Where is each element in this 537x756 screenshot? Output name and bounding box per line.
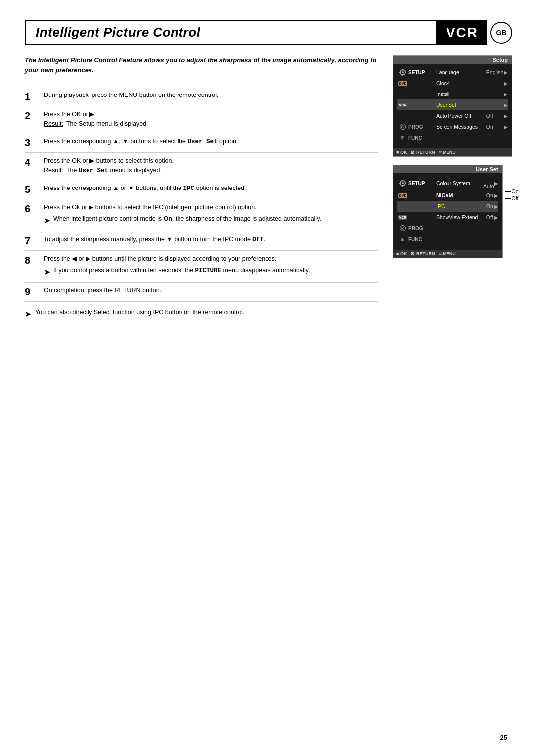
vcr-badge: VCR [437,20,487,45]
intro-paragraph: The Intelligent Picture Control Feature … [25,55,378,80]
chevron-right-icon-apo: ▶ [504,113,508,119]
chevron-right-icon-final: ➤ [25,308,31,320]
menu-item-name-coloursys: Colour System [436,180,483,186]
menu-row-setup-5: ⊙ PROG Screen Messages : On ▶ [397,121,508,132]
chevron-right-icon-8: ➤ [44,266,50,279]
menu-icon-func-6: ⊞ [397,133,408,142]
menu-row-setup-4: Auto Power Off : Off ▶ [397,110,508,121]
off-label-7: Off [252,236,264,243]
svg-rect-2 [402,69,403,70]
step-8: 8 Press the ◀ or ▶ buttons until the pic… [25,251,378,283]
step-content-8: Press the ◀ or ▶ buttons until the pictu… [44,254,378,279]
menu-row-setup-0: SETUP Language : English ▶ [397,67,508,78]
step-num-5: 5 [25,184,39,195]
menu-item-name-language: Language [436,69,483,75]
menu-item-autopoweroff: Auto Power Off : Off ▶ [434,113,508,119]
chevron-right-icon-nicam: ▶ [494,193,498,198]
svg-rect-10 [399,183,401,184]
menu-item-value-autopoweroff: : Off [483,113,493,119]
result-text-2: The Setup menu is displayed. [66,119,148,129]
menu-icon-dvd-1: DVD [397,79,408,88]
menu-icon-gear-us [397,179,408,188]
step-4: 4 Press the OK or ▶ buttons to select th… [25,153,378,180]
step-content-6: Press the Ok or ▶ buttons to select the … [44,203,378,227]
menu-row-setup-3: VCR User Set ▶ [397,99,508,110]
chevron-right-icon-sv: ▶ [494,215,498,220]
menu-icon-prog-5: ⊙ [397,122,408,131]
step-5: 5 Press the corresponding ▲ or ▼ buttons… [25,180,378,199]
step-num-2: 2 [25,110,39,122]
svg-rect-4 [399,72,401,73]
side-label-off: Off [505,195,519,201]
step-content-5: Press the corresponding ▲ or ▼ buttons, … [44,184,378,193]
menu-side-labels: On Off [503,189,519,201]
result-label-4: Result: [44,166,63,176]
step-num-7: 7 [25,235,39,247]
menu-title-userset: User Set [393,165,502,173]
footer-return-setup: ⊠ RETURN [411,150,435,155]
menu-item-value-ipc: : On [483,203,493,209]
step-2: 2 Press the OK or ▶ . Result: The Setup … [25,106,378,133]
footer-ok-setup: ■ OK [396,150,407,155]
menu-icon-vcr-us: VCR [397,213,408,222]
menu-screen-userset: User Set SETUP Colour System : Auto ▶ [393,165,503,258]
menu-item-value-language: : English [483,69,503,75]
menu-item-value-coloursys: : Auto [483,177,494,189]
side-line-on [505,191,511,192]
menu-icon-dvd-us: DVD [397,191,408,200]
menu-item-clock: Clock ▶ [434,80,508,86]
menu-footer-userset: ■ OK ⊠ RETURN ≡ MENU [393,250,502,258]
menu-item-userset: User Set ▶ [434,102,508,108]
step-num-1: 1 [25,91,39,102]
menu-row-us-3: VCR ShowView Extend : Off ▶ [397,212,498,223]
step-num-6: 6 [25,203,39,215]
menu-item-name-nicam: NICAM [436,192,483,198]
menu-row-us-2: IPC : On ▶ [397,201,498,212]
menu-row-us-1: DVD NICAM : On ▶ [397,190,498,201]
sub-note-text-8: If you do not press a button within ten … [53,266,310,276]
chevron-right-icon-clock: ▶ [504,81,508,86]
page: Intelligent Picture Control VCR GB The I… [0,0,537,756]
menu-item-value-screenmsg: : On [483,124,493,130]
step-7: 7 To adjust the sharpness manually, pres… [25,231,378,251]
menu-userset-container: User Set SETUP Colour System : Auto ▶ [393,165,512,258]
menu-item-coloursys: Colour System : Auto ▶ [434,177,498,189]
svg-point-7 [402,182,404,184]
menu-item-install: Install ▶ [434,91,508,97]
menu-row-setup-1: DVD Clock ▶ [397,78,508,89]
result-label-2: Result: [44,119,63,129]
footer-ok-userset: ■ OK [396,251,407,256]
menu-icon-empty-us2 [397,202,408,211]
menu-item-showview: ShowView Extend : Off ▶ [434,214,498,220]
svg-rect-9 [402,185,403,187]
menu-icon-gear [397,68,408,77]
menu-icon-prog-us: ⊙ [397,224,408,233]
svg-rect-11 [405,183,406,184]
step-content-1: During playback, press the MENU button o… [44,91,378,100]
menu-item-ipc: IPC : On ▶ [434,203,498,209]
menu-item-language: Language : English ▶ [434,69,508,75]
menu-icon-empty-4 [397,111,408,120]
step-num-8: 8 [25,254,39,266]
side-label-off-text: Off [512,195,519,201]
menu-row-us-5: ⊞ FUNC [397,234,498,245]
result-text-4: The User Set menu is displayed. [66,166,162,176]
page-title: Intelligent Picture Control [36,25,426,40]
menu-item-name-autopoweroff: Auto Power Off [436,113,483,119]
chevron-right-icon-cs: ▶ [494,181,498,186]
title-box: Intelligent Picture Control [25,20,437,45]
menu-item-name-clock: Clock [436,80,483,86]
menu-label-func-6: FUNC [408,135,434,141]
chevron-right-icon-userset: ▶ [504,102,508,108]
footer-menu-userset: ≡ MENU [439,251,455,256]
menu-footer-setup: ■ OK ⊠ RETURN ≡ MENU [393,148,512,156]
vcr-icon-3: VCR [398,103,408,107]
chevron-right-icon-6: ➤ [44,215,50,227]
vcr-icon-us: VCR [398,215,408,220]
page-number: 25 [500,734,507,741]
menu-title-setup: Setup [393,56,512,64]
main-content: The Intelligent Picture Control Feature … [25,55,512,320]
svg-point-1 [402,71,404,73]
menu-row-us-0: SETUP Colour System : Auto ▶ [397,176,498,190]
step-num-9: 9 [25,286,39,298]
